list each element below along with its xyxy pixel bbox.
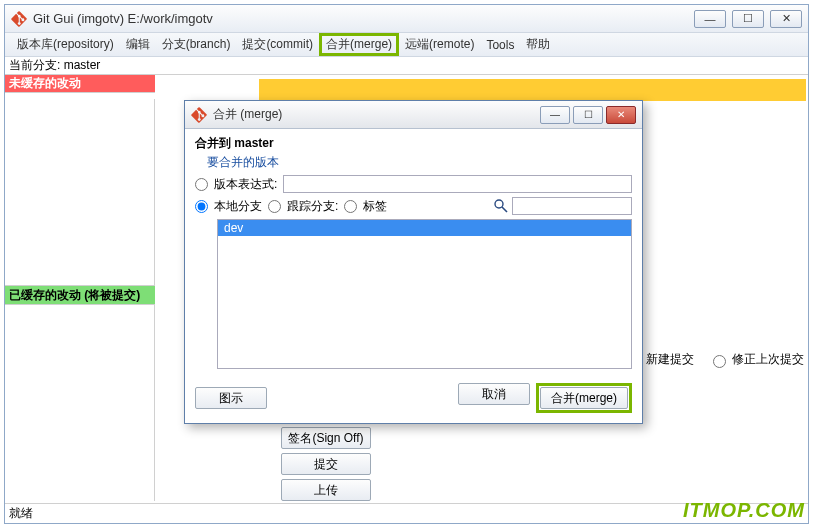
visualize-button[interactable]: 图示	[195, 387, 267, 409]
dialog-maximize-button[interactable]: ☐	[573, 106, 603, 124]
radio-local-branch[interactable]	[195, 200, 208, 213]
dialog-minimize-button[interactable]: —	[540, 106, 570, 124]
radio-tracking-branch[interactable]	[268, 200, 281, 213]
status-text: 就绪	[9, 505, 33, 522]
dialog-titlebar[interactable]: 合并 (merge) — ☐ ✕	[185, 101, 642, 129]
main-title: Git Gui (imgotv) E:/work/imgotv	[33, 11, 694, 26]
filter-input[interactable]	[512, 197, 632, 215]
push-button[interactable]: 上传	[281, 479, 371, 501]
current-branch-label: 当前分支: master	[9, 57, 100, 74]
svg-point-0	[495, 200, 503, 208]
radio-tag[interactable]	[344, 200, 357, 213]
rev-expression-label: 版本表达式:	[214, 176, 277, 193]
status-bar: 就绪	[5, 503, 808, 523]
menubar: 版本库(repository) 编辑 分支(branch) 提交(commit)…	[5, 33, 808, 57]
menu-remote[interactable]: 远端(remote)	[399, 34, 480, 55]
commit-button-column: 签名(Sign Off) 提交 上传	[281, 427, 371, 501]
merge-dialog: 合并 (merge) — ☐ ✕ 合并到 master 要合并的版本 版本表达式…	[184, 100, 643, 424]
search-icon[interactable]	[493, 198, 509, 214]
dialog-button-row: 图示 取消 合并(merge)	[195, 383, 632, 413]
rev-expression-input[interactable]	[283, 175, 632, 193]
branch-bar: 当前分支: master	[5, 57, 808, 75]
unstaged-header[interactable]: 未缓存的改动	[5, 75, 155, 93]
merge-heading: 合并到 master	[195, 135, 632, 152]
branch-list[interactable]: dev	[217, 219, 632, 369]
commit-button[interactable]: 提交	[281, 453, 371, 475]
dialog-body: 合并到 master 要合并的版本 版本表达式: 本地分支 跟踪分支: 标签 d…	[185, 129, 642, 423]
merge-button[interactable]: 合并(merge)	[540, 387, 628, 409]
staged-label: 已缓存的改动 (将被提交)	[9, 287, 140, 304]
row-rev-expression: 版本表达式:	[195, 175, 632, 193]
menu-commit[interactable]: 提交(commit)	[236, 34, 319, 55]
menu-edit[interactable]: 编辑	[120, 34, 156, 55]
menu-repository[interactable]: 版本库(repository)	[11, 34, 120, 55]
list-item[interactable]: dev	[218, 220, 631, 236]
cancel-button[interactable]: 取消	[458, 383, 530, 405]
menu-help[interactable]: 帮助	[520, 34, 556, 55]
dialog-window-controls: — ☐ ✕	[540, 106, 636, 124]
tag-label: 标签	[363, 198, 387, 215]
close-button[interactable]: ✕	[770, 10, 802, 28]
revision-to-merge-link[interactable]: 要合并的版本	[207, 154, 632, 171]
window-controls: — ☐ ✕	[694, 10, 802, 28]
signoff-button[interactable]: 签名(Sign Off)	[281, 427, 371, 449]
maximize-button[interactable]: ☐	[732, 10, 764, 28]
main-titlebar: Git Gui (imgotv) E:/work/imgotv — ☐ ✕	[5, 5, 808, 33]
git-icon	[11, 11, 27, 27]
menu-branch[interactable]: 分支(branch)	[156, 34, 237, 55]
dialog-title: 合并 (merge)	[213, 106, 540, 123]
radio-amend-commit[interactable]: 修正上次提交	[708, 351, 804, 368]
radio-amend-commit-input[interactable]	[713, 355, 726, 368]
git-icon	[191, 107, 207, 123]
menu-tools[interactable]: Tools	[480, 36, 520, 54]
radio-rev-expression[interactable]	[195, 178, 208, 191]
row-branch-type: 本地分支 跟踪分支: 标签	[195, 197, 632, 215]
tracking-branch-label: 跟踪分支:	[287, 198, 338, 215]
filter-wrap	[493, 197, 632, 215]
local-branch-label: 本地分支	[214, 198, 262, 215]
menu-merge[interactable]: 合并(merge)	[319, 33, 399, 56]
merge-button-highlight: 合并(merge)	[536, 383, 632, 413]
commit-mode-radios: 新建提交 修正上次提交	[622, 351, 804, 368]
unstaged-label: 未缓存的改动	[9, 75, 81, 92]
staged-header[interactable]: 已缓存的改动 (将被提交)	[5, 285, 155, 305]
minimize-button[interactable]: —	[694, 10, 726, 28]
diff-header-bar	[259, 79, 806, 101]
svg-line-1	[502, 207, 507, 212]
dialog-close-button[interactable]: ✕	[606, 106, 636, 124]
